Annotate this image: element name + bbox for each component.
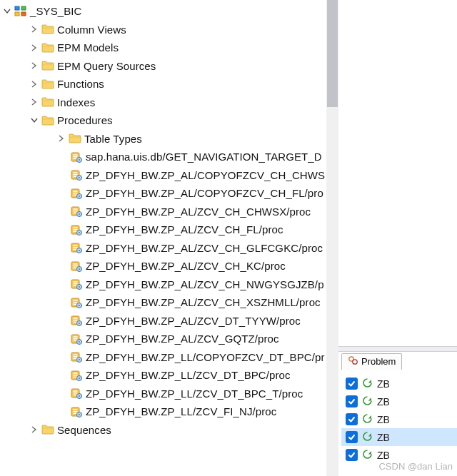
refresh-icon — [362, 395, 373, 408]
tree-label: Indexes — [57, 96, 95, 108]
problems-list: ZB ZB ZB ZB ZB — [338, 370, 457, 464]
folder-icon — [41, 59, 54, 72]
vertical-scrollbar[interactable] — [326, 0, 338, 476]
expand-toggle[interactable] — [29, 79, 40, 90]
expand-toggle[interactable] — [29, 60, 40, 71]
tree-item-procedure[interactable]: ZP_DFYH_BW.ZP_AL/ZCV_CH_NWGYSGJZB/p — [0, 275, 326, 294]
problems-icon — [348, 355, 358, 368]
tree-label: ZP_DFYH_BW.ZP_AL/COPYOFZCV_CH_CHWS — [86, 169, 325, 181]
tree-item-procedure[interactable]: ZP_DFYH_BW.ZP_AL/ZCV_CH_CHWSX/proc — [0, 203, 326, 221]
expand-toggle[interactable] — [29, 424, 40, 435]
tree-label: EPM Query Sources — [57, 60, 156, 72]
checkbox[interactable] — [346, 431, 358, 443]
tree-item-procedure[interactable]: ZP_DFYH_BW.ZP_AL/ZCV_CH_XSZHMLL/proc — [0, 293, 326, 312]
tree-item-procedure[interactable]: ZP_DFYH_BW.ZP_AL/COPYOFZCV_CH_FL/pro — [0, 184, 326, 203]
scrollbar-thumb[interactable] — [327, 0, 338, 107]
procedure-icon — [70, 278, 83, 290]
expand-toggle[interactable] — [29, 115, 40, 126]
procedure-icon — [70, 187, 83, 200]
folder-icon — [41, 114, 54, 127]
procedure-icon — [70, 296, 83, 309]
checklist-row[interactable]: ZB — [341, 428, 457, 446]
tree-label: Sequences — [57, 424, 111, 436]
tree-item-procedure[interactable]: ZP_DFYH_BW.ZP_AL/ZCV_GQTZ/proc — [0, 330, 326, 348]
checklist-label: ZB — [377, 450, 390, 461]
tree-node-sys-bic[interactable]: _SYS_BIC — [0, 2, 326, 21]
checkbox[interactable] — [346, 449, 358, 461]
tree-item-procedure[interactable]: ZP_DFYH_BW.ZP_LL/ZCV_FI_NJ/proc — [0, 402, 326, 421]
tree-folder[interactable]: Sequences — [0, 421, 326, 440]
tree-label: Functions — [57, 78, 104, 90]
checklist-row[interactable]: ZB — [341, 410, 457, 428]
tab-problems[interactable]: Problem — [341, 353, 402, 370]
tree-label: ZP_DFYH_BW.ZP_AL/ZCV_CH_NWGYSGJZB/p — [86, 278, 324, 290]
tree-folder[interactable]: Column Views — [0, 21, 326, 39]
folder-icon — [69, 132, 81, 145]
tree: _SYS_BIC Column ViewsEPM ModelsEPM Query… — [0, 0, 326, 439]
tree-label: ZP_DFYH_BW.ZP_LL/ZCV_DT_BPC_T/proc — [86, 388, 303, 400]
tab-label: Problem — [361, 356, 396, 367]
checklist-label: ZB — [377, 396, 390, 407]
procedure-icon — [70, 205, 83, 218]
tree-label: Table Types — [84, 133, 142, 145]
procedure-icon — [70, 369, 83, 382]
checklist-row[interactable]: ZB — [341, 446, 457, 464]
folder-icon — [41, 23, 54, 36]
tree-label: ZP_DFYH_BW.ZP_AL/ZCV_CH_CHWSX/proc — [86, 206, 311, 218]
tree-folder[interactable]: Functions — [0, 75, 326, 93]
expand-toggle[interactable] — [29, 42, 40, 54]
tree-folder[interactable]: Indexes — [0, 93, 326, 112]
tree-item-procedure[interactable]: ZP_DFYH_BW.ZP_AL/ZCV_DT_TYYW/proc — [0, 312, 326, 330]
tree-item-procedure[interactable]: ZP_DFYH_BW.ZP_LL/ZCV_DT_BPC/proc — [0, 366, 326, 385]
tree-label: Procedures — [57, 114, 113, 126]
procedure-icon — [70, 350, 83, 363]
right-panel: Problem ZB ZB ZB ZB ZB — [338, 0, 457, 476]
checklist-label: ZB — [377, 432, 390, 443]
procedure-icon — [70, 223, 83, 236]
procedure-icon — [70, 405, 83, 418]
refresh-icon — [362, 413, 373, 426]
tree-item-procedure[interactable]: ZP_DFYH_BW.ZP_LL/COPYOFZCV_DT_BPC/pr — [0, 348, 326, 367]
pane-divider[interactable] — [338, 346, 457, 352]
expand-toggle[interactable] — [1, 6, 13, 17]
tree-folder[interactable]: Procedures — [0, 111, 326, 130]
tree-label: EPM Models — [57, 41, 119, 54]
tree-label: ZP_DFYH_BW.ZP_AL/ZCV_CH_FL/proc — [86, 223, 283, 236]
procedure-icon — [70, 333, 83, 345]
tree-label: ZP_DFYH_BW.ZP_AL/ZCV_CH_GLFCGKC/proc — [86, 242, 323, 254]
expand-toggle[interactable] — [56, 133, 67, 144]
tree-label: ZP_DFYH_BW.ZP_AL/ZCV_CH_XSZHMLL/proc — [86, 296, 321, 308]
svg-rect-2 — [21, 6, 26, 10]
folder-icon — [41, 423, 54, 436]
tree-item-procedure[interactable]: ZP_DFYH_BW.ZP_LL/ZCV_DT_BPC_T/proc — [0, 385, 326, 403]
refresh-icon — [362, 378, 373, 390]
tree-folder[interactable]: EPM Models — [0, 39, 326, 57]
schema-icon — [14, 5, 27, 18]
refresh-icon — [362, 449, 373, 462]
tree-item-procedure[interactable]: ZP_DFYH_BW.ZP_AL/ZCV_CH_FL/proc — [0, 221, 326, 239]
tree-folder[interactable]: EPM Query Sources — [0, 57, 326, 76]
procedure-icon — [70, 314, 83, 327]
tree-item-procedure[interactable]: ZP_DFYH_BW.ZP_AL/ZCV_CH_KC/proc — [0, 257, 326, 275]
checkbox[interactable] — [346, 413, 358, 425]
tree-label: ZP_DFYH_BW.ZP_AL/ZCV_GQTZ/proc — [86, 333, 279, 345]
expand-toggle[interactable] — [29, 96, 40, 108]
expand-toggle[interactable] — [29, 24, 40, 35]
tree-label: ZP_DFYH_BW.ZP_LL/ZCV_DT_BPC/proc — [86, 369, 291, 381]
checkbox[interactable] — [346, 378, 358, 390]
tree-item-procedure[interactable]: ZP_DFYH_BW.ZP_AL/COPYOFZCV_CH_CHWS — [0, 166, 326, 185]
svg-rect-0 — [15, 6, 19, 10]
tree-label: ZP_DFYH_BW.ZP_LL/COPYOFZCV_DT_BPC/pr — [86, 351, 325, 363]
checklist-row[interactable]: ZB — [341, 375, 457, 393]
svg-rect-3 — [21, 12, 26, 16]
tree-item-procedure[interactable]: ZP_DFYH_BW.ZP_AL/ZCV_CH_GLFCGKC/proc — [0, 239, 326, 258]
procedure-icon — [70, 151, 83, 163]
tree-folder[interactable]: Table Types — [0, 130, 326, 148]
tree-label: ZP_DFYH_BW.ZP_AL/ZCV_CH_KC/proc — [86, 260, 286, 272]
checkbox[interactable] — [346, 395, 358, 407]
checklist-row[interactable]: ZB — [341, 393, 457, 410]
tree-item-procedure[interactable]: sap.hana.uis.db/GET_NAVIGATION_TARGET_D — [0, 148, 326, 166]
tree-label: ZP_DFYH_BW.ZP_AL/COPYOFZCV_CH_FL/pro — [86, 187, 323, 199]
tree-label: sap.hana.uis.db/GET_NAVIGATION_TARGET_D — [86, 151, 322, 163]
folder-icon — [41, 41, 54, 54]
